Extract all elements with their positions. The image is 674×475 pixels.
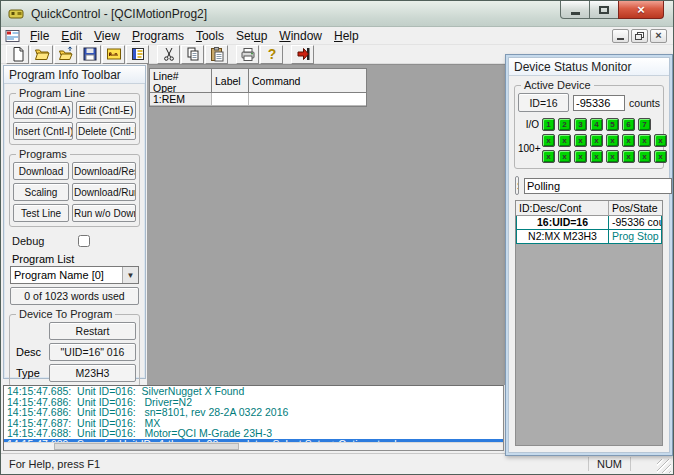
minimize-icon bbox=[571, 12, 580, 15]
column-header-label[interactable]: Label bbox=[212, 69, 249, 93]
panel-caption[interactable]: Device Status Monitor bbox=[509, 58, 669, 76]
program-row[interactable]: 1:REM bbox=[150, 93, 366, 106]
column-header-id-desc[interactable]: ID:Desc/Cont bbox=[516, 201, 609, 216]
debug-label: Debug bbox=[12, 235, 44, 247]
polling-status-field[interactable] bbox=[524, 178, 672, 194]
paste-button[interactable] bbox=[205, 45, 228, 64]
io-button[interactable]: 5 bbox=[606, 118, 619, 131]
io-button[interactable]: x bbox=[622, 150, 635, 163]
desc-label: Desc bbox=[13, 346, 45, 358]
io-button[interactable]: x bbox=[542, 134, 555, 147]
programs-button[interactable]: Download/Restart bbox=[72, 162, 136, 180]
close-button[interactable]: × bbox=[618, 1, 664, 19]
active-device-id-button[interactable]: ID=16 bbox=[518, 93, 569, 112]
io-button[interactable]: x bbox=[654, 134, 667, 147]
log-line[interactable]: 14:15:47.686: Unit ID=016: sn=8101, rev … bbox=[4, 407, 503, 418]
programs-button[interactable]: Download bbox=[13, 162, 69, 180]
io-button[interactable]: 7 bbox=[638, 118, 651, 131]
io-button[interactable]: x bbox=[606, 134, 619, 147]
panel-caption[interactable]: Program Info Toolbar bbox=[4, 66, 145, 84]
open-program-button[interactable] bbox=[54, 45, 77, 64]
words-used-button[interactable]: 0 of 1023 words used bbox=[10, 287, 139, 305]
kill-motion-button[interactable] bbox=[291, 45, 314, 64]
io-button[interactable]: x bbox=[558, 150, 571, 163]
menu-item[interactable]: Programs bbox=[126, 28, 190, 44]
programs-group: Programs DownloadDownload/RestartScaling… bbox=[9, 154, 140, 227]
mdi-minimize-button[interactable] bbox=[612, 29, 629, 43]
menu-item[interactable]: Edit bbox=[55, 28, 88, 44]
column-header-line-oper[interactable]: Line# Oper bbox=[150, 69, 212, 93]
copy-icon bbox=[185, 46, 201, 62]
restart-button[interactable]: Restart bbox=[49, 322, 136, 340]
print-button[interactable] bbox=[236, 45, 259, 64]
io-button[interactable]: x bbox=[558, 134, 571, 147]
copy-button[interactable] bbox=[181, 45, 204, 64]
io-button[interactable]: x bbox=[590, 134, 603, 147]
io-button[interactable]: x bbox=[638, 134, 651, 147]
menu-item[interactable]: Window bbox=[273, 28, 328, 44]
cut-button[interactable] bbox=[157, 45, 180, 64]
desc-value-button[interactable]: "UID=16" 016 bbox=[49, 343, 136, 361]
register-watch-button[interactable] bbox=[102, 45, 125, 64]
minimize-button[interactable] bbox=[560, 1, 590, 19]
io-button[interactable]: 6 bbox=[622, 118, 635, 131]
menu-item[interactable]: View bbox=[88, 28, 126, 44]
kill-motion-icon bbox=[295, 46, 311, 62]
io-button[interactable]: 4 bbox=[590, 118, 603, 131]
program-line-button[interactable]: Insert (Cntl-I) bbox=[13, 122, 73, 140]
programs-button[interactable]: Scaling bbox=[13, 183, 69, 201]
log-line[interactable]: 14:15:47.688: Unit ID=016: Motor=QCI M-G… bbox=[4, 428, 503, 439]
new-file-button[interactable] bbox=[6, 45, 29, 64]
program-line-button[interactable]: Edit (Cntl-E) bbox=[76, 101, 136, 119]
program-list-label: Program List bbox=[12, 253, 137, 265]
log-line[interactable]: 14:15:47.685: Unit ID=016: SilverNugget … bbox=[4, 386, 503, 397]
stop-polling-button[interactable]: Stop Polling bbox=[515, 176, 519, 195]
resize-grip[interactable] bbox=[657, 459, 671, 473]
menu-item[interactable]: Help bbox=[328, 28, 365, 44]
title-bar[interactable]: QuickControl - [QCIMotionProg2] × bbox=[1, 1, 673, 27]
programs-button[interactable]: Run w/o Download bbox=[72, 204, 136, 222]
mdi-close-button[interactable]: × bbox=[650, 29, 667, 43]
device-row[interactable]: 16:UID=16 -95336 counts bbox=[516, 215, 662, 230]
io-row-3: xxxxxxxx bbox=[542, 150, 667, 163]
io-button[interactable]: x bbox=[622, 134, 635, 147]
cell-command[interactable] bbox=[249, 93, 366, 106]
type-value-button[interactable]: M23H3 bbox=[49, 364, 136, 382]
menu-item[interactable]: Setup bbox=[230, 28, 273, 44]
chevron-down-icon[interactable]: ▼ bbox=[122, 267, 138, 283]
scrollbar-thumb[interactable] bbox=[54, 443, 239, 450]
svg-text:?: ? bbox=[267, 46, 276, 62]
io-button[interactable]: x bbox=[606, 150, 619, 163]
column-header-command[interactable]: Command bbox=[249, 69, 366, 93]
io-button[interactable]: 3 bbox=[574, 118, 587, 131]
program-list-button[interactable] bbox=[126, 45, 149, 64]
debug-checkbox[interactable] bbox=[78, 235, 90, 247]
menu-item[interactable]: Tools bbox=[190, 28, 230, 44]
cell-label[interactable] bbox=[212, 93, 249, 106]
io-button[interactable]: 1 bbox=[542, 118, 555, 131]
io-row-2: xxxxxxxx bbox=[542, 134, 667, 147]
open-file-button[interactable] bbox=[30, 45, 53, 64]
maximize-button[interactable] bbox=[590, 1, 618, 19]
cell-oper[interactable]: 1:REM bbox=[150, 93, 212, 106]
save-button[interactable] bbox=[78, 45, 101, 64]
programs-button[interactable]: Download/Run bbox=[72, 183, 136, 201]
program-list-combobox[interactable]: Program Name [0] ▼ bbox=[10, 266, 139, 284]
program-line-button[interactable]: Add (Cntl-A) bbox=[13, 101, 73, 119]
menu-item[interactable]: File bbox=[24, 28, 55, 44]
io-button[interactable]: x bbox=[654, 150, 667, 163]
io-button[interactable]: x bbox=[590, 150, 603, 163]
io-button[interactable]: 2 bbox=[558, 118, 571, 131]
horizontal-scrollbar[interactable] bbox=[4, 442, 503, 450]
column-header-pos-state[interactable]: Pos/State bbox=[609, 201, 662, 216]
counts-input[interactable] bbox=[573, 95, 625, 111]
programs-button[interactable]: Test Line bbox=[13, 204, 69, 222]
device-row[interactable]: N2:MX M23H3 Prog Stop bbox=[516, 229, 662, 244]
io-button[interactable]: x bbox=[574, 150, 587, 163]
help-button[interactable]: ? bbox=[260, 45, 283, 64]
mdi-restore-button[interactable] bbox=[631, 29, 648, 43]
io-button[interactable]: x bbox=[638, 150, 651, 163]
io-button[interactable]: x bbox=[574, 134, 587, 147]
program-line-button[interactable]: Delete (Cntl-D) bbox=[76, 122, 136, 140]
io-button[interactable]: x bbox=[542, 150, 555, 163]
